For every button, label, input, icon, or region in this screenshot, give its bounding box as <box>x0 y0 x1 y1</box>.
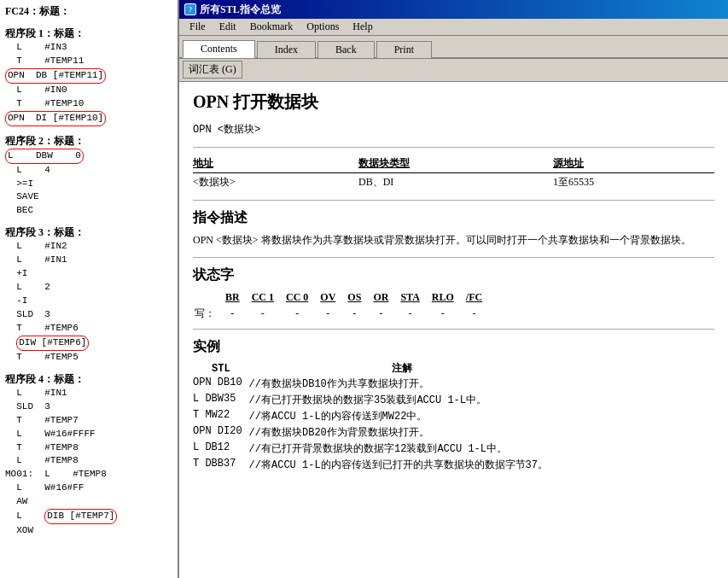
vocab-label[interactable]: 词汇表 (G) <box>183 61 242 79</box>
tab-contents[interactable]: Contents <box>183 40 255 58</box>
tab-print[interactable]: Print <box>376 41 432 58</box>
dialog-titlebar: ? 所有STL指令总览 <box>179 0 728 19</box>
state-col-sta: STA <box>399 289 429 306</box>
segment1-title: 程序段 1：标题： <box>5 26 172 41</box>
content-syntax: OPN <数据块> <box>193 122 714 137</box>
seg4-line11: XOW <box>5 524 172 538</box>
seg1-line5: T #TEMP10 <box>5 97 172 111</box>
param-col-source: 源地址 <box>553 155 714 173</box>
menu-bookmark[interactable]: Bookmark <box>243 20 300 34</box>
divider1 <box>193 147 714 148</box>
example-stl-2: L DBW35 <box>193 392 249 408</box>
state-col-cc1: CC 1 <box>250 289 284 306</box>
example-comment-3: //将ACCU 1-L的内容传送到MW22中。 <box>249 408 555 424</box>
divider2 <box>193 200 714 201</box>
example-stl-3: T MW22 <box>193 408 249 424</box>
seg1-line2: T #TEMP11 <box>5 55 172 68</box>
state-row-label: 写： <box>193 306 224 322</box>
state-col-fc: /FC <box>464 289 492 306</box>
param-row-1: <数据块> DB、DI 1至65535 <box>193 173 714 192</box>
segment3-title: 程序段 3：标题： <box>5 225 172 240</box>
example-comment-5: //有已打开背景数据块的数据字12装载到ACCU 1-L中。 <box>249 441 555 457</box>
state-col-empty <box>193 289 224 306</box>
oval-opn-db: OPN DB [#TEMP11] <box>5 68 106 84</box>
desc-title: 指令描述 <box>193 209 714 227</box>
divider4 <box>193 329 714 330</box>
state-or: - <box>371 306 399 322</box>
state-os: - <box>346 306 371 322</box>
state-col-os: OS <box>346 289 371 306</box>
seg1-line6: OPN DI [#TEMP10] <box>5 111 172 126</box>
example-row-1: OPN DB10 //有数据块DB10作为共享数据块打开。 <box>193 376 555 392</box>
seg1-line4: L #IN0 <box>5 84 172 97</box>
menu-file[interactable]: File <box>183 20 213 34</box>
seg2-line5: BEC <box>5 204 172 218</box>
menu-options[interactable]: Options <box>300 20 346 34</box>
state-table: BR CC 1 CC 0 OV OS OR STA RLO /FC 写： - -… <box>193 289 492 322</box>
oval-opn-di: OPN DI [#TEMP10] <box>5 111 106 126</box>
oval-diw: DIW [#TEMP6] <box>16 336 89 351</box>
seg4-line2: SLD 3 <box>5 400 172 414</box>
example-row-5: L DB12 //有已打开背景数据块的数据字12装载到ACCU 1-L中。 <box>193 441 555 457</box>
dialog-title: 所有STL指令总览 <box>200 3 281 17</box>
oval-dib: DIB [#TEMP7] <box>44 509 117 524</box>
example-stl-4: OPN DI20 <box>193 424 249 441</box>
example-stl-5: L DB12 <box>193 441 249 457</box>
seg3-line6: SLD 3 <box>5 308 172 322</box>
example-comment-4: //有数据块DB20作为背景数据块打开。 <box>249 424 555 441</box>
param-col-address: 地址 <box>193 155 358 173</box>
param-col-type: 数据块类型 <box>358 155 553 173</box>
desc-text: OPN <数据块> 将数据块作为共享数据块或背景数据块打开。可以同时打开一个共享… <box>193 232 714 248</box>
param-type: DB、DI <box>358 173 553 192</box>
example-row-2: L DBW35 //有已打开数据块的数据字35装载到ACCU 1-L中。 <box>193 392 555 408</box>
example-title: 实例 <box>193 338 714 356</box>
menu-edit[interactable]: Edit <box>213 20 243 34</box>
seg4-line4: L W#16#FFFF <box>5 428 172 441</box>
example-stl-1: OPN DB10 <box>193 376 249 392</box>
left-panel: FC24：标题： 程序段 1：标题： L #IN3 T #TEMP11 OPN … <box>0 0 179 578</box>
example-col-comment: 注解 <box>249 361 555 376</box>
vocab-row: 词汇表 (G) <box>179 59 728 82</box>
seg3-line1: L #IN2 <box>5 240 172 254</box>
example-row-3: T MW22 //将ACCU 1-L的内容传送到MW22中。 <box>193 408 555 424</box>
state-rlo: - <box>430 306 464 322</box>
dialog-icon: ? <box>184 3 196 15</box>
content-area: OPN 打开数据块 OPN <数据块> 地址 数据块类型 源地址 <数据块> D… <box>179 82 728 578</box>
menu-help[interactable]: Help <box>346 20 379 34</box>
seg1-line1: L #IN3 <box>5 41 172 55</box>
seg4-line9: AW <box>5 495 172 509</box>
seg3-line8: DIW [#TEMP6] <box>5 336 172 351</box>
state-cc1: - <box>250 306 284 322</box>
state-title: 状态字 <box>193 266 714 284</box>
state-col-ov: OV <box>318 289 346 306</box>
seg4-line3: T #TEMP7 <box>5 414 172 428</box>
segment2-title: 程序段 2：标题： <box>5 133 172 149</box>
seg3-line3: +I <box>5 267 172 281</box>
state-sta: - <box>399 306 429 322</box>
state-fc: - <box>464 306 492 322</box>
state-cc0: - <box>284 306 318 322</box>
seg4-line5: T #TEMP8 <box>5 441 172 455</box>
content-heading: OPN 打开数据块 <box>193 90 714 114</box>
seg2-line4: SAVE <box>5 190 172 204</box>
seg4-line6: L #TEMP8 <box>5 454 172 468</box>
help-dialog: ? 所有STL指令总览 File Edit Bookmark Options H… <box>179 0 728 578</box>
tab-back[interactable]: Back <box>317 41 375 58</box>
param-address: <数据块> <box>193 173 358 192</box>
tab-index[interactable]: Index <box>257 41 316 58</box>
seg2-line1: L DBW 0 <box>5 149 172 164</box>
example-table: STL 注解 OPN DB10 //有数据块DB10作为共享数据块打开。 L D… <box>193 361 555 473</box>
example-stl-6: T DBB37 <box>193 457 249 473</box>
seg2-line2: L 4 <box>5 164 172 178</box>
state-col-cc0: CC 0 <box>284 289 318 306</box>
seg4-line10: L DIB [#TEMP7] <box>5 509 172 524</box>
param-source: 1至65535 <box>553 173 714 192</box>
divider3 <box>193 257 714 258</box>
example-col-stl: STL <box>193 361 249 376</box>
state-col-or: OR <box>371 289 399 306</box>
oval-l-dbw: L DBW 0 <box>5 149 84 164</box>
state-ov: - <box>318 306 346 322</box>
menubar: File Edit Bookmark Options Help <box>179 19 728 36</box>
seg3-line9: T #TEMP5 <box>5 351 172 365</box>
state-br: - <box>224 306 250 322</box>
